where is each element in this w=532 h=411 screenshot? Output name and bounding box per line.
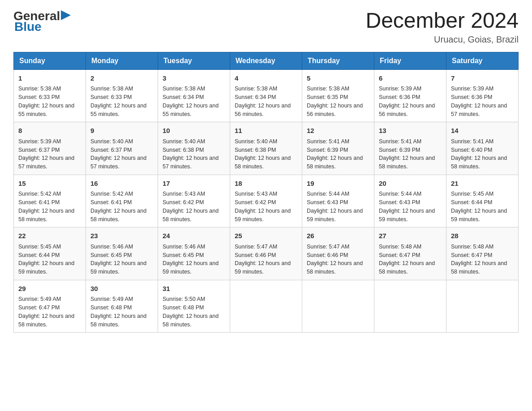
calendar-week-row: 29Sunrise: 5:49 AMSunset: 6:47 PMDayligh… — [14, 280, 519, 333]
day-number: 17 — [163, 179, 225, 189]
day-info: Sunrise: 5:45 AMSunset: 6:44 PMDaylight:… — [18, 243, 81, 276]
day-info: Sunrise: 5:39 AMSunset: 6:37 PMDaylight:… — [18, 137, 81, 171]
header-friday: Friday — [374, 52, 446, 69]
day-number: 23 — [90, 231, 153, 241]
day-number: 8 — [18, 126, 81, 136]
day-info: Sunrise: 5:42 AMSunset: 6:41 PMDaylight:… — [18, 190, 81, 223]
day-info: Sunrise: 5:46 AMSunset: 6:45 PMDaylight:… — [163, 243, 225, 276]
page-header: General Blue December 2024 Uruacu, Goias… — [13, 9, 519, 45]
day-number: 14 — [451, 126, 514, 136]
day-number: 22 — [18, 231, 81, 241]
calendar-cell: 13Sunrise: 5:41 AMSunset: 6:39 PMDayligh… — [374, 122, 446, 175]
day-number: 21 — [451, 179, 514, 189]
calendar-cell — [230, 280, 302, 333]
header-thursday: Thursday — [302, 52, 374, 69]
header-tuesday: Tuesday — [158, 52, 230, 69]
day-number: 24 — [163, 231, 225, 241]
calendar-cell: 30Sunrise: 5:49 AMSunset: 6:48 PMDayligh… — [86, 280, 158, 333]
header-sunday: Sunday — [14, 52, 86, 69]
calendar-cell: 28Sunrise: 5:48 AMSunset: 6:47 PMDayligh… — [446, 227, 519, 280]
day-number: 9 — [90, 126, 153, 136]
day-info: Sunrise: 5:39 AMSunset: 6:36 PMDaylight:… — [451, 85, 514, 118]
day-info: Sunrise: 5:38 AMSunset: 6:33 PMDaylight:… — [90, 85, 153, 118]
day-info: Sunrise: 5:49 AMSunset: 6:47 PMDaylight:… — [18, 295, 81, 329]
day-number: 4 — [235, 73, 297, 84]
calendar-cell: 17Sunrise: 5:43 AMSunset: 6:42 PMDayligh… — [158, 175, 230, 227]
calendar-cell: 5Sunrise: 5:38 AMSunset: 6:35 PMDaylight… — [302, 69, 374, 122]
day-number: 1 — [18, 73, 81, 84]
calendar-cell: 3Sunrise: 5:38 AMSunset: 6:34 PMDaylight… — [158, 69, 230, 122]
calendar-cell — [446, 280, 519, 333]
day-info: Sunrise: 5:44 AMSunset: 6:43 PMDaylight:… — [307, 190, 369, 223]
day-number: 28 — [451, 231, 514, 241]
day-info: Sunrise: 5:41 AMSunset: 6:39 PMDaylight:… — [307, 137, 369, 171]
day-number: 16 — [90, 179, 153, 189]
calendar-week-row: 15Sunrise: 5:42 AMSunset: 6:41 PMDayligh… — [14, 175, 519, 227]
logo: General Blue — [13, 9, 71, 34]
day-info: Sunrise: 5:40 AMSunset: 6:38 PMDaylight:… — [235, 137, 297, 171]
calendar-week-row: 22Sunrise: 5:45 AMSunset: 6:44 PMDayligh… — [14, 227, 519, 280]
calendar-cell: 1Sunrise: 5:38 AMSunset: 6:33 PMDaylight… — [14, 69, 86, 122]
day-info: Sunrise: 5:47 AMSunset: 6:46 PMDaylight:… — [307, 243, 369, 276]
calendar-cell: 22Sunrise: 5:45 AMSunset: 6:44 PMDayligh… — [14, 227, 86, 280]
day-info: Sunrise: 5:43 AMSunset: 6:42 PMDaylight:… — [163, 190, 225, 223]
calendar-cell — [302, 280, 374, 333]
day-info: Sunrise: 5:40 AMSunset: 6:38 PMDaylight:… — [163, 137, 225, 171]
day-info: Sunrise: 5:44 AMSunset: 6:43 PMDaylight:… — [379, 190, 442, 223]
day-info: Sunrise: 5:38 AMSunset: 6:35 PMDaylight:… — [307, 85, 369, 118]
day-number: 18 — [235, 179, 297, 189]
calendar-cell: 11Sunrise: 5:40 AMSunset: 6:38 PMDayligh… — [230, 122, 302, 175]
day-number: 12 — [307, 126, 369, 136]
calendar-week-row: 1Sunrise: 5:38 AMSunset: 6:33 PMDaylight… — [14, 69, 519, 122]
day-number: 7 — [451, 73, 514, 84]
day-info: Sunrise: 5:38 AMSunset: 6:33 PMDaylight:… — [18, 85, 81, 118]
calendar-header-row: SundayMondayTuesdayWednesdayThursdayFrid… — [14, 52, 519, 69]
calendar-cell: 24Sunrise: 5:46 AMSunset: 6:45 PMDayligh… — [158, 227, 230, 280]
header-monday: Monday — [86, 52, 158, 69]
day-info: Sunrise: 5:43 AMSunset: 6:42 PMDaylight:… — [235, 190, 297, 223]
day-info: Sunrise: 5:39 AMSunset: 6:36 PMDaylight:… — [379, 85, 442, 118]
day-info: Sunrise: 5:46 AMSunset: 6:45 PMDaylight:… — [90, 243, 153, 276]
calendar-cell: 7Sunrise: 5:39 AMSunset: 6:36 PMDaylight… — [446, 69, 519, 122]
day-info: Sunrise: 5:48 AMSunset: 6:47 PMDaylight:… — [451, 243, 514, 276]
calendar-subtitle: Uruacu, Goias, Brazil — [365, 34, 519, 45]
day-number: 6 — [379, 73, 442, 84]
calendar-cell: 4Sunrise: 5:38 AMSunset: 6:34 PMDaylight… — [230, 69, 302, 122]
day-number: 13 — [379, 126, 442, 136]
day-number: 2 — [90, 73, 153, 84]
day-info: Sunrise: 5:50 AMSunset: 6:48 PMDaylight:… — [163, 295, 225, 329]
title-area: December 2024 Uruacu, Goias, Brazil — [365, 9, 519, 45]
day-number: 19 — [307, 179, 369, 189]
calendar-cell: 20Sunrise: 5:44 AMSunset: 6:43 PMDayligh… — [374, 175, 446, 227]
calendar-cell: 12Sunrise: 5:41 AMSunset: 6:39 PMDayligh… — [302, 122, 374, 175]
calendar-cell: 9Sunrise: 5:40 AMSunset: 6:37 PMDaylight… — [86, 122, 158, 175]
header-saturday: Saturday — [446, 52, 519, 69]
day-info: Sunrise: 5:49 AMSunset: 6:48 PMDaylight:… — [90, 295, 153, 329]
calendar-cell: 29Sunrise: 5:49 AMSunset: 6:47 PMDayligh… — [14, 280, 86, 333]
calendar-cell: 27Sunrise: 5:48 AMSunset: 6:47 PMDayligh… — [374, 227, 446, 280]
calendar-cell: 6Sunrise: 5:39 AMSunset: 6:36 PMDaylight… — [374, 69, 446, 122]
header-wednesday: Wednesday — [230, 52, 302, 69]
calendar-cell: 2Sunrise: 5:38 AMSunset: 6:33 PMDaylight… — [86, 69, 158, 122]
day-number: 10 — [163, 126, 225, 136]
day-number: 27 — [379, 231, 442, 241]
calendar-cell: 14Sunrise: 5:41 AMSunset: 6:40 PMDayligh… — [446, 122, 519, 175]
day-info: Sunrise: 5:38 AMSunset: 6:34 PMDaylight:… — [163, 85, 225, 118]
calendar-cell: 18Sunrise: 5:43 AMSunset: 6:42 PMDayligh… — [230, 175, 302, 227]
svg-marker-0 — [61, 10, 71, 20]
calendar-cell: 19Sunrise: 5:44 AMSunset: 6:43 PMDayligh… — [302, 175, 374, 227]
day-info: Sunrise: 5:41 AMSunset: 6:39 PMDaylight:… — [379, 137, 442, 171]
day-info: Sunrise: 5:45 AMSunset: 6:44 PMDaylight:… — [451, 190, 514, 223]
day-number: 26 — [307, 231, 369, 241]
calendar-table: SundayMondayTuesdayWednesdayThursdayFrid… — [13, 52, 519, 333]
day-info: Sunrise: 5:42 AMSunset: 6:41 PMDaylight:… — [90, 190, 153, 223]
day-number: 29 — [18, 284, 81, 294]
day-info: Sunrise: 5:40 AMSunset: 6:37 PMDaylight:… — [90, 137, 153, 171]
day-number: 31 — [163, 284, 225, 294]
day-number: 3 — [163, 73, 225, 84]
day-number: 30 — [90, 284, 153, 294]
calendar-cell: 21Sunrise: 5:45 AMSunset: 6:44 PMDayligh… — [446, 175, 519, 227]
calendar-title: December 2024 — [365, 9, 519, 33]
day-info: Sunrise: 5:47 AMSunset: 6:46 PMDaylight:… — [235, 243, 297, 276]
calendar-cell: 26Sunrise: 5:47 AMSunset: 6:46 PMDayligh… — [302, 227, 374, 280]
